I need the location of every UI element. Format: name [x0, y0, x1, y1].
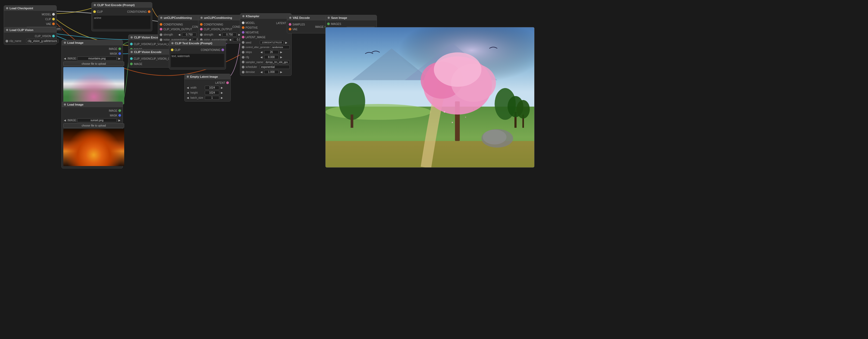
svg-point-14 — [434, 52, 482, 87]
sampler-name-row: sampler_name dpmpp_3m_sde_gpu — [240, 60, 291, 64]
vae-decode-node: VAE Decode samples vae IMAGE — [287, 15, 329, 33]
output-model: MODEL — [4, 12, 56, 17]
svg-point-24 — [517, 100, 530, 119]
svg-rect-9 — [351, 115, 353, 128]
output-clip-vision: CLIP_VISION — [4, 34, 56, 38]
output-mask-2: MASK — [62, 113, 123, 118]
clip-text-encode-2-node: CLIP Text Encode (Prompt) clip CONDITION… — [169, 40, 226, 69]
svg-point-17 — [452, 122, 453, 123]
width-row: ◀ width 1024 ▶ — [185, 85, 230, 90]
control-after-generate-row: control_after_generate randomize — [240, 45, 291, 50]
cfg-row: cfg ◀ 8.000 ▶ — [240, 55, 291, 60]
prompt-text-1[interactable]: anime — [93, 16, 150, 29]
load-image-1-title: Load Image — [62, 40, 123, 45]
output-image-panel — [325, 27, 534, 168]
svg-point-15 — [444, 111, 445, 113]
clip-name-row: clip_name clip_vision_g.safetensors — [4, 38, 56, 44]
ksampler-node: KSampler model positive negative la — [240, 13, 291, 76]
upload-btn-1[interactable]: choose file to upload — [63, 61, 124, 66]
load-image-1-node: Load Image IMAGE MASK ◀ image mountains.… — [61, 40, 123, 107]
batch-size-row: ◀ batch_size 1 ▶ — [185, 95, 230, 100]
mountain-image — [63, 67, 124, 104]
empty-latent-image-title: Empty Latent Image — [185, 74, 230, 79]
sunset-image — [63, 129, 124, 166]
svg-point-16 — [465, 117, 466, 118]
vae-decode-title: VAE Decode — [287, 15, 329, 21]
output-image-1: IMAGE — [62, 47, 123, 51]
load-clip-vision-title: Load CLIP Vision — [4, 27, 56, 33]
node-dot — [6, 7, 8, 9]
height-row: ◀ height 1024 ▶ — [185, 90, 230, 95]
output-clip: CLIP — [4, 17, 56, 22]
scheduler-row: scheduler exponential — [240, 64, 291, 69]
clip-text-encode-1-title: CLIP Text Encode (Prompt) — [92, 2, 152, 8]
input-clip: clip — [93, 9, 103, 14]
ksampler-title: KSampler — [240, 13, 291, 19]
denoise-row: denoise ◀ 1.000 ▶ — [240, 69, 291, 75]
clip-text-encode-2-title: CLIP Text Encode (Prompt) — [169, 40, 226, 46]
load-image-2-title: Load Image — [62, 102, 123, 107]
output-vae: VAE — [4, 22, 56, 26]
load-image-2-node: Load Image IMAGE MASK ◀ image sunset.png… — [61, 102, 123, 168]
output-image-2: IMAGE — [62, 108, 123, 113]
svg-point-7 — [339, 83, 365, 120]
output-mask-1: MASK — [62, 51, 123, 56]
load-checkpoint-title: Load Checkpoint — [4, 6, 56, 11]
steps-row: steps ◀ 26 ▶ — [240, 50, 291, 55]
clip-text-encode-1-node: CLIP Text Encode (Prompt) clip CONDITION… — [91, 2, 152, 31]
seed-row: seed 133632471276133 ▶ — [240, 40, 291, 45]
load-clip-vision-node: Load CLIP Vision CLIP_VISION clip_name c… — [4, 27, 57, 45]
svg-point-20 — [483, 130, 506, 145]
upload-btn-2[interactable]: choose file to upload — [63, 123, 124, 128]
generated-output-image — [326, 27, 534, 167]
file-row-2: ◀ image sunset.png ▶ — [62, 118, 123, 123]
empty-latent-image-node: Empty Latent Image LATENT ◀ width 1024 ▶… — [184, 74, 231, 102]
output-conditioning: CONDITIONING — [127, 9, 150, 14]
svg-point-18 — [473, 109, 474, 110]
output-latent: LATENT — [185, 80, 230, 85]
save-image-title: Save Image — [326, 15, 377, 21]
file-row-1: ◀ image mountains.png ▶ — [62, 56, 123, 61]
prompt-text-2[interactable]: text, watermark — [171, 54, 224, 67]
